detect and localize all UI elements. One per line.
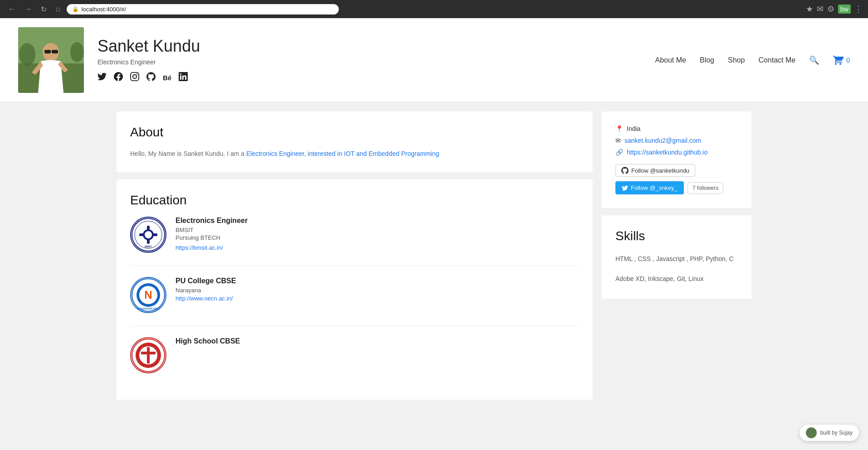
- github-follow-container: Follow @sanketkundu: [615, 160, 738, 177]
- behance-social-link[interactable]: Bé: [163, 74, 171, 82]
- svg-point-11: [145, 231, 152, 238]
- svg-point-2: [19, 43, 35, 66]
- linkedin-social-link[interactable]: [179, 72, 188, 83]
- skills-card: Skills HTML , CSS , Javascript , PHP, Py…: [602, 215, 751, 299]
- site-title: Sanket Kundu: [98, 37, 655, 56]
- back-button[interactable]: ←: [5, 3, 18, 15]
- main-layout: About Hello, My Name is Sanket Kundu. I …: [103, 102, 765, 409]
- svg-rect-14: [139, 233, 144, 236]
- twitter-follow-label: Follow @_snkey_: [631, 184, 678, 191]
- browser-chrome: ← → ↻ ⌂ 🔒 localhost:4000/#/ ★ ✉ ⚙ bw ⋮: [0, 0, 868, 18]
- extensions-icon[interactable]: bw: [838, 5, 851, 14]
- svg-text:BMSIT: BMSIT: [145, 245, 152, 248]
- about-text: Hello, My Name is Sanket Kundu. I am a E…: [130, 149, 579, 159]
- twitter-follow-button[interactable]: Follow @_snkey_: [615, 181, 684, 194]
- email-item: ✉ sanket.kundu2@gmail.com: [615, 137, 738, 144]
- location-item: 📍 India: [615, 125, 738, 132]
- svg-rect-13: [147, 239, 150, 244]
- edu-details-carmel: High School CBSE: [176, 337, 240, 347]
- nav-about-me[interactable]: About Me: [655, 56, 686, 64]
- education-card: Education: [117, 179, 593, 400]
- github-follow-label: Follow @sanketkundu: [631, 167, 689, 174]
- edu-inst-2: Narayana: [176, 287, 236, 294]
- svg-point-3: [70, 42, 84, 62]
- edu-url-1[interactable]: https://bmsit.ac.in/: [176, 244, 223, 251]
- carmel-logo: [130, 337, 166, 373]
- nav-contact-me[interactable]: Contact Me: [758, 56, 795, 64]
- settings-icon[interactable]: ⚙: [827, 4, 834, 14]
- svg-rect-15: [153, 233, 157, 236]
- notifications-icon[interactable]: ✉: [817, 4, 824, 14]
- svg-rect-12: [147, 226, 150, 230]
- instagram-social-link[interactable]: [130, 72, 139, 83]
- social-icons: Bé: [98, 72, 655, 83]
- svg-rect-6: [52, 50, 58, 53]
- home-button[interactable]: ⌂: [53, 3, 63, 15]
- location-icon: 📍: [615, 125, 623, 132]
- profile-pic-inner: [18, 27, 84, 93]
- edu-divider-1: [130, 266, 579, 266]
- bmsit-logo: BMSIT: [130, 217, 166, 253]
- about-title: About: [130, 125, 579, 140]
- twitter-follow-row: Follow @_snkey_ 7 followers: [615, 181, 738, 194]
- skills-line-2: Adobe XD, Inkscape, Git, Linux: [615, 272, 738, 285]
- edu-inst-1: BMSIT: [176, 227, 248, 233]
- built-by-text: built by Sujay: [820, 430, 853, 436]
- location-text: India: [627, 125, 640, 132]
- search-icon[interactable]: 🔍: [809, 55, 819, 65]
- svg-rect-25: [147, 347, 150, 363]
- header-info: Sanket Kundu Electronics Engineer Bé: [98, 37, 655, 83]
- twitter-social-link[interactable]: [98, 72, 107, 83]
- built-by-footer: built by Sujay: [800, 425, 859, 441]
- main-nav: About Me Blog Shop Contact Me 🔍 0: [655, 55, 850, 66]
- main-content: About Hello, My Name is Sanket Kundu. I …: [117, 111, 593, 400]
- address-bar[interactable]: 🔒 localhost:4000/#/: [67, 4, 339, 15]
- site-header: Sanket Kundu Electronics Engineer Bé: [0, 18, 868, 102]
- nav-blog[interactable]: Blog: [700, 56, 714, 64]
- sidebar-info-card: 📍 India ✉ sanket.kundu2@gmail.com 🔗 http…: [602, 111, 751, 208]
- cart-count: 0: [846, 57, 850, 64]
- edu-program-1: Pursuing BTECH: [176, 234, 248, 241]
- svg-text:THE NARAYANA GROUP: THE NARAYANA GROUP: [135, 307, 162, 310]
- skills-line-1: HTML , CSS , Javascript , PHP, Python, C: [615, 252, 738, 265]
- svg-text:N: N: [144, 289, 152, 301]
- edu-item-bmsit: BMSIT Electronics Engineer BMSIT Pursuin…: [130, 217, 579, 253]
- edu-degree-3: High School CBSE: [176, 337, 240, 345]
- email-icon: ✉: [615, 137, 621, 144]
- edu-item-narayana: N THE NARAYANA GROUP PU College CBSE Nar…: [130, 277, 579, 313]
- skills-title: Skills: [615, 229, 738, 243]
- link-icon: 🔗: [615, 149, 623, 156]
- edu-item-carmel: High School CBSE: [130, 337, 579, 373]
- nav-shop[interactable]: Shop: [728, 56, 745, 64]
- email-link[interactable]: sanket.kundu2@gmail.com: [624, 137, 701, 144]
- header-subtitle: Electronics Engineer: [98, 58, 655, 66]
- star-icon[interactable]: ★: [806, 4, 813, 14]
- lock-icon: 🔒: [72, 6, 79, 12]
- facebook-social-link[interactable]: [114, 72, 123, 83]
- profile-picture: [18, 27, 84, 93]
- education-title: Education: [130, 193, 579, 208]
- svg-rect-5: [44, 50, 51, 53]
- edu-degree-1: Electronics Engineer: [176, 217, 248, 225]
- website-link[interactable]: https://sanketkundu.github.io: [627, 149, 707, 156]
- about-highlight: Electronics Engineer, interested in IOT …: [246, 150, 439, 157]
- edu-details-bmsit: Electronics Engineer BMSIT Pursuing BTEC…: [176, 217, 248, 251]
- url-text: localhost:4000/#/: [82, 6, 126, 13]
- cart-icon[interactable]: 0: [833, 55, 850, 66]
- svg-rect-26: [141, 352, 156, 354]
- github-follow-button[interactable]: Follow @sanketkundu: [615, 164, 695, 177]
- narayana-logo: N THE NARAYANA GROUP: [130, 277, 166, 313]
- edu-url-2[interactable]: http://www.necn.ac.in/: [176, 295, 233, 302]
- edu-details-narayana: PU College CBSE Narayana http://www.necn…: [176, 277, 236, 302]
- menu-icon[interactable]: ⋮: [854, 4, 863, 14]
- edu-divider-2: [130, 326, 579, 326]
- refresh-button[interactable]: ↻: [38, 3, 49, 15]
- github-social-link[interactable]: [146, 72, 156, 83]
- followers-badge: 7 followers: [688, 182, 723, 194]
- website-item: 🔗 https://sanketkundu.github.io: [615, 149, 738, 156]
- browser-toolbar-icons: ★ ✉ ⚙ bw ⋮: [806, 4, 863, 14]
- forward-button[interactable]: →: [22, 3, 34, 15]
- built-by-avatar: [806, 427, 817, 438]
- about-card: About Hello, My Name is Sanket Kundu. I …: [117, 111, 593, 172]
- sidebar: 📍 India ✉ sanket.kundu2@gmail.com 🔗 http…: [602, 111, 751, 400]
